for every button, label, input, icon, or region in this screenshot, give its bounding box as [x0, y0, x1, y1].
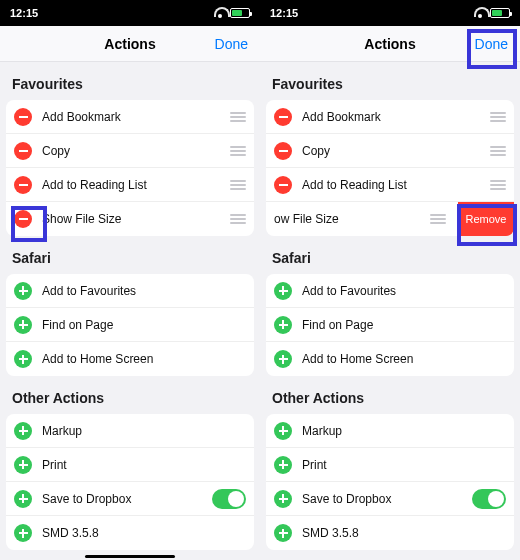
section-title-other: Other Actions: [266, 376, 514, 414]
wifi-icon: [474, 9, 486, 18]
status-bar: 12:15: [260, 0, 520, 26]
section-title-safari: Safari: [6, 236, 254, 274]
row-label: Save to Dropbox: [302, 492, 472, 506]
add-icon[interactable]: [14, 350, 32, 368]
battery-icon: [230, 8, 250, 18]
fav-row-bookmark[interactable]: Add Bookmark: [6, 100, 254, 134]
row-label: Find on Page: [302, 318, 506, 332]
safari-row-find[interactable]: Find on Page: [6, 308, 254, 342]
row-label: Markup: [42, 424, 246, 438]
content: Favourites Add Bookmark Copy Add to Read…: [260, 62, 520, 560]
add-icon[interactable]: [14, 456, 32, 474]
safari-row-find[interactable]: Find on Page: [266, 308, 514, 342]
phone-right: 12:15 Actions Done Favourites Add Bookma…: [260, 0, 520, 560]
remove-icon[interactable]: [14, 176, 32, 194]
nav-bar: Actions Done: [260, 26, 520, 62]
row-label: Add Bookmark: [42, 110, 228, 124]
toggle-switch[interactable]: [212, 489, 246, 509]
other-list: Markup Print Save to Dropbox SMD 3.5.8: [6, 414, 254, 550]
drag-handle-icon[interactable]: [488, 112, 506, 122]
two-phone-wrap: 12:15 Actions Done Favourites Add Bookma…: [0, 0, 520, 560]
safari-list: Add to Favourites Find on Page Add to Ho…: [266, 274, 514, 376]
row-label: Add to Reading List: [42, 178, 228, 192]
add-icon[interactable]: [14, 316, 32, 334]
drag-handle-icon[interactable]: [488, 180, 506, 190]
wifi-icon: [214, 9, 226, 18]
drag-handle-icon[interactable]: [428, 214, 446, 224]
safari-row-home-screen[interactable]: Add to Home Screen: [266, 342, 514, 376]
drag-handle-icon[interactable]: [488, 146, 506, 156]
safari-row-favourites[interactable]: Add to Favourites: [6, 274, 254, 308]
row-label: Copy: [302, 144, 488, 158]
add-icon[interactable]: [14, 490, 32, 508]
other-row-dropbox[interactable]: Save to Dropbox: [266, 482, 514, 516]
other-row-smd[interactable]: SMD 3.5.8: [6, 516, 254, 550]
add-icon[interactable]: [14, 282, 32, 300]
other-row-markup[interactable]: Markup: [266, 414, 514, 448]
drag-handle-icon[interactable]: [228, 214, 246, 224]
fav-row-bookmark[interactable]: Add Bookmark: [266, 100, 514, 134]
remove-icon[interactable]: [274, 142, 292, 160]
status-icons: [214, 8, 250, 18]
other-row-dropbox[interactable]: Save to Dropbox: [6, 482, 254, 516]
row-label: Add to Home Screen: [42, 352, 246, 366]
content: Favourites Add Bookmark Copy Add to Read…: [0, 62, 260, 560]
section-title-favourites: Favourites: [266, 62, 514, 100]
other-row-print[interactable]: Print: [6, 448, 254, 482]
row-label: SMD 3.5.8: [302, 526, 506, 540]
add-icon[interactable]: [274, 490, 292, 508]
home-indicator: [85, 555, 175, 558]
remove-icon[interactable]: [14, 210, 32, 228]
section-title-favourites: Favourites: [6, 62, 254, 100]
status-bar: 12:15: [0, 0, 260, 26]
row-label: Save to Dropbox: [42, 492, 212, 506]
other-row-smd[interactable]: SMD 3.5.8: [266, 516, 514, 550]
row-label: Markup: [302, 424, 506, 438]
drag-handle-icon[interactable]: [228, 180, 246, 190]
favourites-list: Add Bookmark Copy Add to Reading List ow…: [266, 100, 514, 236]
fav-row-copy[interactable]: Copy: [266, 134, 514, 168]
safari-row-home-screen[interactable]: Add to Home Screen: [6, 342, 254, 376]
nav-title: Actions: [364, 36, 415, 52]
row-label: Add to Reading List: [302, 178, 488, 192]
other-row-markup[interactable]: Markup: [6, 414, 254, 448]
remove-button[interactable]: Remove: [458, 202, 514, 236]
row-label: Add Bookmark: [302, 110, 488, 124]
add-icon[interactable]: [14, 524, 32, 542]
other-row-print[interactable]: Print: [266, 448, 514, 482]
drag-handle-icon[interactable]: [228, 112, 246, 122]
done-button[interactable]: Done: [473, 26, 510, 62]
battery-icon: [490, 8, 510, 18]
phone-left: 12:15 Actions Done Favourites Add Bookma…: [0, 0, 260, 560]
add-icon[interactable]: [274, 282, 292, 300]
fav-row-copy[interactable]: Copy: [6, 134, 254, 168]
add-icon[interactable]: [274, 316, 292, 334]
done-button[interactable]: Done: [213, 26, 250, 62]
drag-handle-icon[interactable]: [228, 146, 246, 156]
status-time: 12:15: [270, 7, 298, 19]
add-icon[interactable]: [14, 422, 32, 440]
other-list: Markup Print Save to Dropbox SMD 3.5.8: [266, 414, 514, 550]
row-label: Add to Favourites: [302, 284, 506, 298]
fav-row-file-size[interactable]: Show File Size: [6, 202, 254, 236]
status-icons: [474, 8, 510, 18]
add-icon[interactable]: [274, 422, 292, 440]
add-icon[interactable]: [274, 350, 292, 368]
add-icon[interactable]: [274, 456, 292, 474]
row-label: ow File Size: [274, 212, 428, 226]
add-icon[interactable]: [274, 524, 292, 542]
nav-bar: Actions Done: [0, 26, 260, 62]
toggle-switch[interactable]: [472, 489, 506, 509]
row-label: Print: [42, 458, 246, 472]
fav-row-reading-list[interactable]: Add to Reading List: [6, 168, 254, 202]
safari-row-favourites[interactable]: Add to Favourites: [266, 274, 514, 308]
remove-icon[interactable]: [274, 176, 292, 194]
row-label: Find on Page: [42, 318, 246, 332]
fav-row-reading-list[interactable]: Add to Reading List: [266, 168, 514, 202]
fav-row-file-size-slid[interactable]: ow File Size Remove: [266, 202, 514, 236]
remove-icon[interactable]: [14, 108, 32, 126]
remove-icon[interactable]: [274, 108, 292, 126]
remove-icon[interactable]: [14, 142, 32, 160]
row-label: Print: [302, 458, 506, 472]
row-label: Copy: [42, 144, 228, 158]
